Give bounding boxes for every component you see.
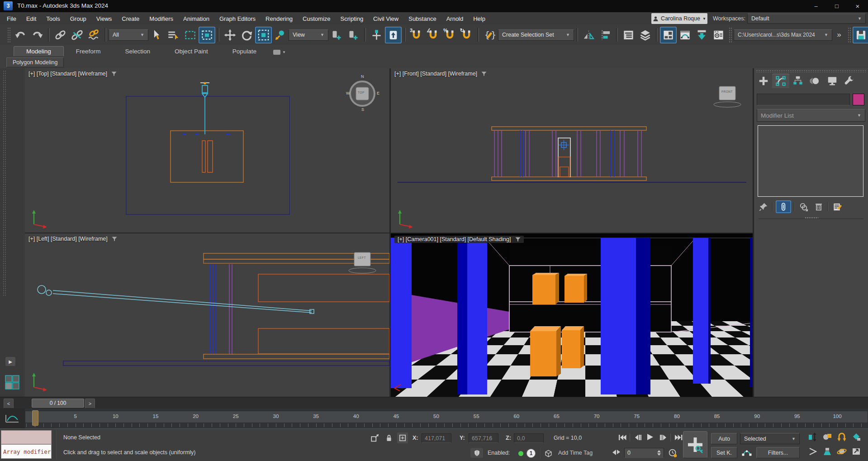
viewport-layout-tabs-button[interactable]	[4, 374, 20, 390]
toolbar-overflow-button[interactable]: »	[832, 27, 846, 43]
snaps-toggle-button[interactable]: 3	[408, 27, 425, 43]
maximize-viewport-toggle-button[interactable]	[851, 447, 861, 457]
make-unique-button[interactable]	[797, 201, 810, 213]
viewport-camera-label[interactable]: [+] [Camera001] [Standard] [Default Shad…	[394, 236, 524, 243]
viewport-filter-funnel-icon[interactable]	[112, 237, 117, 241]
viewport-left[interactable]: [+] [Left] [Standard] [Wireframe] LEFT	[25, 233, 389, 397]
top-viewport-canvas[interactable]	[25, 68, 389, 233]
z-coordinate-field[interactable]: 0,0	[514, 433, 544, 443]
select-and-place-button[interactable]	[272, 27, 289, 43]
angle-snap-toggle-button[interactable]: ∠	[425, 27, 441, 43]
tab-modify[interactable]	[772, 74, 789, 88]
viewcube-face-label[interactable]: LEFT	[358, 256, 366, 259]
show-end-result-button[interactable]	[776, 200, 791, 213]
set-key-button[interactable]: Set K.	[711, 447, 737, 458]
polygon-modeling-panel-button[interactable]: Polygon Modeling	[6, 57, 64, 67]
front-viewport-canvas[interactable]	[391, 68, 753, 233]
ribbon-tab-freeform[interactable]: Freeform	[64, 47, 113, 56]
configure-modifier-sets-button[interactable]	[831, 201, 844, 213]
toggle-layer-explorer-button[interactable]	[637, 27, 654, 43]
schematic-view-button[interactable]	[693, 27, 710, 43]
menu-civil-view[interactable]: Civil View	[368, 12, 403, 25]
add-time-tag-button[interactable]: Add Time Tag	[558, 450, 593, 456]
orbit-camera-button[interactable]	[837, 447, 847, 457]
menu-substance[interactable]: Substance	[403, 12, 441, 25]
workspace-toolbar-button[interactable]	[853, 27, 868, 43]
menu-file[interactable]: File	[2, 12, 21, 25]
go-to-start-button[interactable]	[616, 432, 628, 442]
viewport-filter-funnel-icon[interactable]	[515, 237, 521, 242]
unlink-selection-button[interactable]	[69, 27, 85, 43]
menu-views[interactable]: Views	[91, 12, 117, 25]
next-frame-button[interactable]	[657, 432, 669, 442]
tab-motion[interactable]	[806, 74, 824, 88]
toolbar-grip[interactable]	[729, 27, 732, 43]
percent-snap-toggle-button[interactable]: %	[441, 27, 458, 43]
edit-named-selection-sets-button[interactable]	[481, 27, 498, 43]
modifier-stack-list[interactable]	[758, 125, 863, 197]
select-and-rotate-button[interactable]	[238, 27, 255, 43]
material-editor-button[interactable]	[710, 27, 727, 43]
safe-scene-script-button[interactable]	[470, 448, 483, 458]
track-prev-button[interactable]: <	[4, 399, 14, 409]
use-selection-center-button[interactable]	[345, 27, 362, 43]
zoom-button[interactable]	[808, 432, 818, 443]
keyboard-shortcut-override-button[interactable]	[385, 27, 402, 43]
timeline-ruler[interactable]: 0510152025303540455055606570758085909510…	[0, 409, 868, 428]
left-viewport-canvas[interactable]	[25, 233, 389, 397]
tab-create[interactable]	[755, 74, 772, 88]
select-and-manipulate-button[interactable]	[368, 27, 385, 43]
viewport-left-label[interactable]: [+] [Left] [Standard] [Wireframe]	[28, 236, 117, 242]
ribbon-display-toggle-button[interactable]: ▼	[269, 50, 290, 56]
x-coordinate-field[interactable]: 417,071	[422, 433, 451, 443]
maximize-button[interactable]: □	[826, 0, 847, 12]
key-tangents-button[interactable]	[740, 447, 754, 458]
object-name-field[interactable]	[757, 94, 850, 105]
time-slider-frame-marker[interactable]	[32, 410, 38, 426]
current-frame-field[interactable]: 0	[624, 448, 664, 458]
play-animation-button[interactable]	[644, 432, 656, 442]
isolate-selection-toggle-button[interactable]	[369, 432, 381, 443]
curve-editor-button[interactable]	[677, 27, 693, 43]
toggle-scene-explorer-button[interactable]	[620, 27, 637, 43]
viewport-camera-label-text[interactable]: [+] [Camera001] [Standard] [Default Shad…	[398, 236, 511, 242]
track-bar-collapse-icon[interactable]	[612, 450, 616, 455]
field-of-view-button[interactable]	[808, 447, 818, 457]
mirror-button[interactable]	[580, 27, 597, 43]
toolbar-grip[interactable]	[848, 27, 851, 43]
viewcube-face-label[interactable]: TOP	[358, 91, 365, 94]
rectangular-selection-region-button[interactable]	[182, 27, 199, 43]
ribbon-tab-object-paint[interactable]: Object Paint	[162, 47, 220, 56]
previous-frame-button[interactable]	[631, 432, 644, 442]
select-and-move-button[interactable]	[222, 27, 238, 43]
menu-customize[interactable]: Customize	[298, 12, 335, 25]
viewport-top[interactable]: [+] [Top] [Standard] [Wireframe] N W E S…	[25, 68, 389, 233]
ribbon-tab-modeling[interactable]: Modeling	[14, 46, 64, 56]
toggle-ribbon-button[interactable]	[660, 27, 677, 43]
go-to-end-button[interactable]	[672, 432, 684, 442]
align-button[interactable]	[597, 27, 614, 43]
tab-hierarchy[interactable]	[789, 74, 806, 88]
frame-step-icon[interactable]	[617, 450, 620, 454]
notification-badge[interactable]: 1	[526, 449, 536, 458]
zoom-all-button[interactable]	[822, 432, 832, 443]
window-crossing-toggle-button[interactable]	[199, 27, 215, 43]
expand-scene-explorer-button[interactable]: ▶	[5, 357, 15, 366]
menu-graph-editors[interactable]: Graph Editors	[214, 12, 261, 25]
toolbar-grip[interactable]	[7, 27, 10, 43]
auto-key-button[interactable]: Auto	[711, 433, 737, 444]
bind-to-space-warp-button[interactable]	[85, 27, 102, 43]
select-object-button[interactable]	[148, 27, 165, 43]
select-and-link-button[interactable]	[52, 27, 69, 43]
ribbon-tab-selection[interactable]: Selection	[113, 47, 163, 56]
tab-display[interactable]	[824, 74, 841, 88]
zoom-extents-all-button[interactable]	[851, 432, 861, 443]
menu-edit[interactable]: Edit	[21, 12, 41, 25]
viewcube-face-label[interactable]: FRONT	[721, 90, 733, 93]
frame-spinner[interactable]	[657, 450, 661, 456]
close-button[interactable]: ×	[847, 0, 868, 12]
undo-button[interactable]	[12, 27, 29, 43]
key-filters-button[interactable]: Filters...	[756, 447, 800, 458]
tab-utilities[interactable]	[841, 74, 858, 88]
menu-rendering[interactable]: Rendering	[261, 12, 298, 25]
